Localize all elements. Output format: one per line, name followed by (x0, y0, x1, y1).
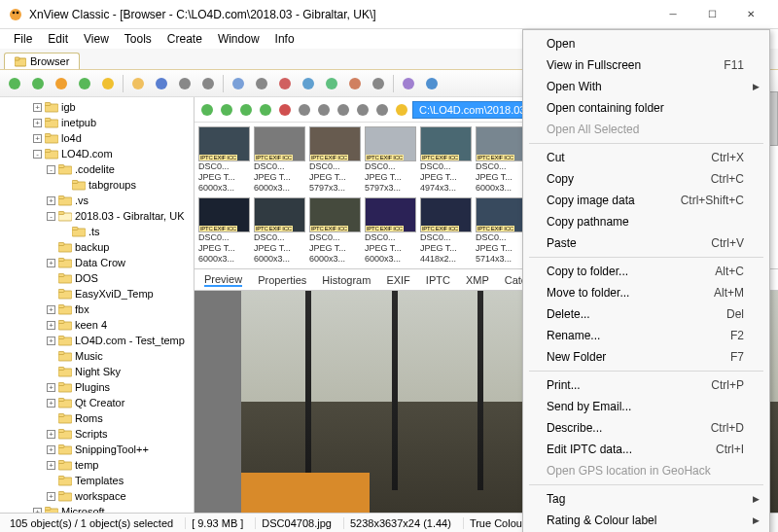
tree-item[interactable]: .ts (0, 224, 194, 239)
capture-icon[interactable] (344, 73, 366, 94)
maximize-button[interactable]: ☐ (692, 3, 731, 26)
ctx-delete[interactable]: Delete...Del (525, 303, 767, 325)
ctx-move-to-folder[interactable]: Move to folder...Alt+M (525, 282, 767, 303)
tree-item[interactable]: +Qt Creator (0, 395, 194, 410)
forward-icon[interactable] (27, 73, 49, 94)
mini-refresh-icon[interactable] (257, 101, 274, 119)
tree-item[interactable]: -LO4D.com (0, 146, 194, 161)
help-icon[interactable] (421, 73, 442, 94)
refresh-icon[interactable] (74, 73, 95, 94)
thumbnail-item[interactable]: IPTC EXIF ICCDSC0...JPEG T...6000x3... (309, 197, 361, 265)
thumbnail-item[interactable]: IPTC EXIF ICCDSC0...JPEG T...6000x3... (476, 126, 527, 194)
preview-tab-xmp[interactable]: XMP (466, 274, 489, 286)
ctx-rating-colour-label[interactable]: Rating & Colour label▶ (525, 510, 767, 531)
menu-edit[interactable]: Edit (40, 30, 76, 48)
expand-icon[interactable]: + (47, 337, 55, 345)
thumbnail-item[interactable]: IPTC EXIF ICCDSC0...JPEG T...6000x3... (365, 197, 416, 265)
mini-back-icon[interactable] (198, 101, 216, 119)
mini-filter-icon[interactable] (335, 101, 352, 119)
expand-icon[interactable]: + (47, 461, 55, 470)
tree-item[interactable]: -.codelite (0, 161, 194, 177)
expand-icon[interactable]: + (47, 305, 55, 314)
tree-item[interactable]: tabgroups (0, 177, 194, 193)
expand-icon[interactable]: + (47, 430, 55, 439)
preview-tab-iptc[interactable]: IPTC (426, 274, 450, 286)
back-icon[interactable] (4, 73, 25, 94)
expand-icon[interactable]: + (47, 196, 55, 205)
tree-item[interactable]: +workspace (0, 488, 194, 504)
ctx-copy-pathname[interactable]: Copy pathname (525, 211, 767, 232)
tree-item[interactable]: Templates (0, 473, 194, 488)
browser-tab[interactable]: Browser (4, 53, 80, 69)
expand-icon[interactable]: + (47, 259, 55, 267)
mini-view-icon[interactable] (296, 101, 313, 119)
expand-icon[interactable]: + (33, 103, 42, 112)
expand-icon[interactable]: + (47, 492, 55, 501)
ctx-copy-image-data[interactable]: Copy image dataCtrl+Shift+C (525, 190, 767, 211)
tree-item[interactable]: +.vs (0, 193, 194, 208)
preview-tab-properties[interactable]: Properties (258, 274, 306, 286)
ctx-print[interactable]: Print...Ctrl+P (525, 374, 767, 396)
tree-item[interactable]: DOS (0, 270, 194, 286)
ctx-open-containing-folder[interactable]: Open containing folder (525, 97, 767, 119)
tree-item[interactable]: +SnippingTool++ (0, 442, 194, 457)
tree-item[interactable]: +fbx (0, 301, 194, 317)
ctx-edit-iptc-data[interactable]: Edit IPTC data...Ctrl+I (525, 439, 767, 460)
tree-item[interactable]: +keen 4 (0, 317, 194, 333)
thumbnail-item[interactable]: IPTC EXIF ICCDSC0...JPEG T...5797x3... (309, 126, 361, 194)
expand-icon[interactable]: + (47, 383, 55, 392)
mini-star-icon[interactable] (393, 101, 410, 119)
mini-go-icon[interactable] (237, 101, 255, 119)
preview-tab-preview[interactable]: Preview (204, 273, 242, 287)
close-button[interactable]: ✕ (731, 3, 770, 26)
thumbnail-item[interactable]: IPTC EXIF ICCDSC0...JPEG T...5714x3... (476, 197, 527, 265)
search-icon[interactable] (251, 73, 272, 94)
tree-item[interactable]: +lo4d (0, 130, 194, 146)
tree-item[interactable]: +inetpub (0, 115, 194, 130)
expand-icon[interactable]: + (33, 134, 42, 143)
tree-item[interactable]: +LO4D.com - Test_temp (0, 333, 194, 348)
preview-tab-histogram[interactable]: Histogram (322, 274, 371, 286)
folder-tree[interactable]: +igb+inetpub+lo4d-LO4D.com-.codelitetabg… (0, 97, 194, 513)
ctx-new-folder[interactable]: New FolderF7 (525, 346, 767, 368)
tree-item[interactable]: -2018.03 - Gibraltar, UK (0, 208, 194, 224)
ctx-view-in-fullscreen[interactable]: View in FullscreenF11 (525, 54, 767, 76)
expand-icon[interactable]: + (47, 399, 55, 408)
mini-sort-icon[interactable] (315, 101, 333, 119)
slideshow-icon[interactable] (298, 73, 319, 94)
up-icon[interactable] (51, 73, 72, 94)
ctx-open[interactable]: Open (525, 33, 767, 54)
ctx-cut[interactable]: CutCtrl+X (525, 147, 767, 168)
tree-item[interactable]: Night Sky (0, 364, 194, 379)
save-icon[interactable] (151, 73, 172, 94)
print-icon[interactable] (174, 73, 195, 94)
tree-item[interactable]: +temp (0, 457, 194, 473)
expand-icon[interactable]: + (47, 321, 55, 330)
menu-view[interactable]: View (76, 30, 117, 48)
tree-item[interactable]: EasyXviD_Temp (0, 286, 194, 301)
tree-item[interactable]: Roms (0, 410, 194, 426)
tree-item[interactable]: +Scripts (0, 426, 194, 442)
collapse-icon[interactable]: - (33, 150, 42, 159)
ctx-rename[interactable]: Rename...F2 (525, 325, 767, 346)
mini-display-icon[interactable] (354, 101, 371, 119)
scanner-icon[interactable] (228, 73, 249, 94)
mini-thumb-icon[interactable] (373, 101, 391, 119)
tree-item[interactable]: +Data Crow (0, 255, 194, 270)
ctx-describe[interactable]: Describe...Ctrl+D (525, 417, 767, 439)
favorite-icon[interactable] (97, 73, 119, 94)
expand-icon[interactable]: + (33, 508, 42, 514)
ctx-send-by-email[interactable]: Send by Email... (525, 396, 767, 417)
menu-info[interactable]: Info (267, 30, 302, 48)
tree-item[interactable]: +igb (0, 99, 194, 115)
thumbnail-item[interactable]: IPTC EXIF ICCDSC0...JPEG T...5797x3... (365, 126, 416, 194)
thumbnail-item[interactable]: IPTC EXIF ICCDSC0...JPEG T...4418x2... (420, 197, 472, 265)
ctx-tag[interactable]: Tag▶ (525, 488, 767, 510)
thumbnail-item[interactable]: IPTC EXIF ICCDSC0...JPEG T...6000x3... (198, 197, 250, 265)
ctx-copy-to-folder[interactable]: Copy to folder...Alt+C (525, 261, 767, 282)
menu-create[interactable]: Create (159, 30, 210, 48)
tree-item[interactable]: backup (0, 239, 194, 255)
expand-icon[interactable]: + (47, 445, 55, 454)
thumbnail-item[interactable]: IPTC EXIF ICCDSC0...JPEG T...4974x3... (420, 126, 472, 194)
scan-icon[interactable] (197, 73, 219, 94)
